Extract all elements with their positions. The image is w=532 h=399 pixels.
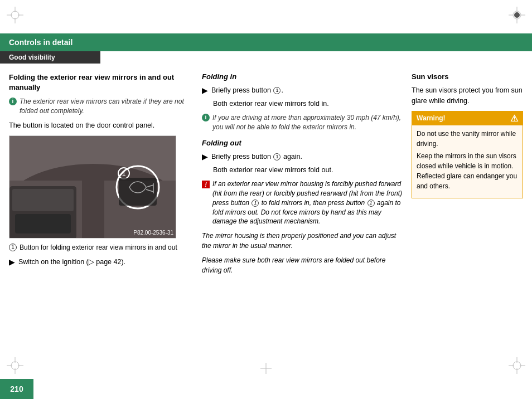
italic-text-1: The mirror housing is then properly posi… [202, 231, 403, 251]
car-interior-svg: 1 [9, 136, 176, 239]
warning-item: ! If an exterior rear view mirror housin… [202, 179, 403, 226]
warning-line-1: Do not use the vanity mirror while drivi… [417, 129, 518, 149]
image-label: P82.00-2536-31 [133, 230, 173, 236]
folding-in-heading: Folding in [202, 72, 403, 81]
info-note-box: i The exterior rear view mirrors can vib… [9, 97, 193, 116]
svg-rect-28 [12, 189, 74, 211]
arrow-symbol: ▶ [9, 257, 15, 268]
left-column: Folding the exterior rear view mirrors i… [9, 72, 193, 373]
page-number: 210 [10, 385, 23, 393]
italic-text-2: Please make sure both rear view mirrors … [202, 255, 403, 275]
folding-in-step: ▶ Briefly press button 1. [202, 85, 403, 96]
sun-visor-text: The sun visors protect you from sun glar… [412, 85, 523, 106]
info-circle: i [9, 98, 17, 105]
svg-point-0 [11, 11, 19, 19]
main-heading: Folding the exterior rear view mirrors i… [9, 72, 193, 93]
page-number-box: 210 [0, 379, 33, 399]
caption-num: 1 [9, 243, 17, 251]
arrow-text: Switch on the ignition (▷ page 42). [18, 257, 125, 268]
info-circle-2: i [202, 114, 210, 121]
info-note-text: The exterior rear view mirrors can vibra… [20, 97, 193, 116]
corner-mark-tl [7, 7, 23, 25]
svg-point-6 [514, 12, 520, 18]
fold-in-result: Both exterior rear view mirrors fold in. [213, 99, 403, 109]
right-column: Sun visors The sun visors protect you fr… [412, 72, 523, 373]
car-image-inner: 1 P82.00-2536-31 [9, 136, 176, 238]
svg-point-5 [513, 11, 521, 19]
num-circle-1: 1 [9, 244, 17, 251]
fold-in-info-text: If you are driving at more than approxim… [212, 113, 403, 132]
info-icon-2: i [202, 114, 210, 132]
mid-column: Folding in ▶ Briefly press button 1. Bot… [202, 72, 403, 373]
warning-line-2: Keep the mirrors in the sun visors close… [417, 151, 518, 191]
warning-combined-text: If an exterior rear view mirror housing … [212, 179, 403, 226]
header-bar: Controls in detail [0, 33, 532, 51]
exclamation-icon: ! [202, 181, 210, 188]
svg-text:1: 1 [122, 169, 126, 177]
button-num-4: 1 [367, 199, 375, 207]
folding-out-step: ▶ Briefly press button 1 again. [202, 152, 403, 163]
svg-rect-29 [15, 214, 71, 233]
fold-out-text: Briefly press button 1 again. [211, 152, 302, 163]
button-num-3: 1 [252, 199, 259, 207]
warning-label: Warning! [417, 114, 446, 122]
arrow-item: ▶ Switch on the ignition (▷ page 42). [9, 257, 193, 268]
fold-out-result: Both exterior rear view mirrors fold out… [213, 165, 403, 176]
caption-text: Button for folding exterior rear view mi… [20, 243, 177, 252]
header-title: Controls in detail [9, 38, 72, 47]
body-text: The button is located on the door contro… [9, 120, 193, 131]
warning-triangle-icon: ⚠ [510, 113, 518, 124]
car-image: 1 P82.00-2536-31 [9, 135, 176, 239]
warning-header: Warning! ⚠ [412, 111, 523, 125]
fold-in-info: i If you are driving at more than approx… [202, 113, 403, 132]
fold-in-text: Briefly press button 1. [211, 85, 283, 96]
section-bar: Good visibility [0, 51, 100, 64]
button-num-1: 1 [273, 87, 280, 94]
content-area: Folding the exterior rear view mirrors i… [0, 67, 532, 379]
caption-row: 1 Button for folding exterior rear view … [9, 243, 193, 252]
corner-mark-tr [509, 7, 525, 25]
fold-out-arrow: ▶ [202, 152, 208, 163]
button-num-2: 1 [273, 153, 280, 160]
fold-in-arrow: ▶ [202, 85, 208, 96]
section-title: Good visibility [9, 53, 55, 61]
right-heading: Sun visors [412, 72, 523, 81]
folding-out-heading: Folding out [202, 139, 403, 147]
info-icon: i [9, 98, 17, 116]
warning-box: Warning! ⚠ Do not use the vanity mirror … [412, 111, 523, 198]
